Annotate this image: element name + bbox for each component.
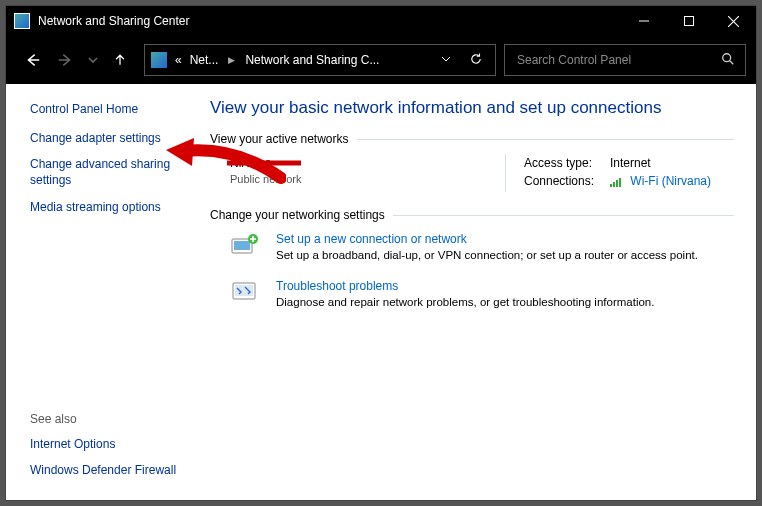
minimize-button[interactable] (621, 6, 666, 36)
connection-link[interactable]: Wi-Fi (Nirvana) (630, 174, 711, 188)
option-new-connection: Set up a new connection or network Set u… (230, 232, 734, 261)
address-dropdown[interactable] (433, 53, 459, 68)
option-troubleshoot-desc: Diagnose and repair network problems, or… (276, 296, 654, 308)
address-double-chevron[interactable]: « (173, 53, 184, 67)
address-segment-2[interactable]: Network and Sharing C... (243, 53, 381, 67)
search-icon[interactable] (721, 52, 735, 69)
content-area: Control Panel Home Change adapter settin… (6, 84, 756, 500)
nav-bar: « Net... ▶ Network and Sharing C... (6, 36, 756, 84)
option-troubleshoot-link[interactable]: Troubleshoot problems (276, 279, 654, 293)
option-troubleshoot: Troubleshoot problems Diagnose and repai… (230, 279, 734, 308)
new-connection-icon (230, 232, 262, 260)
back-button[interactable] (16, 44, 48, 76)
sidebar-change-adapter-settings[interactable]: Change adapter settings (30, 131, 161, 145)
chevron-right-icon[interactable]: ▶ (224, 55, 239, 65)
svg-point-1 (723, 53, 731, 61)
window-title: Network and Sharing Center (38, 14, 621, 28)
main-panel: View your basic network information and … (206, 84, 756, 500)
divider (393, 215, 734, 216)
sidebar: Control Panel Home Change adapter settin… (6, 84, 206, 500)
connections-label: Connections: (524, 174, 610, 188)
access-type-label: Access type: (524, 156, 610, 170)
control-panel-home-link[interactable]: Control Panel Home (30, 102, 138, 116)
svg-rect-6 (235, 285, 253, 296)
maximize-button[interactable] (666, 6, 711, 36)
window: Network and Sharing Center « Net... ▶ (5, 5, 757, 501)
address-bar[interactable]: « Net... ▶ Network and Sharing C... (144, 44, 496, 76)
address-segment-1[interactable]: Net... (188, 53, 221, 67)
divider (357, 139, 734, 140)
close-button[interactable] (711, 6, 756, 36)
refresh-button[interactable] (463, 52, 489, 69)
wifi-signal-icon (610, 177, 623, 187)
search-input[interactable] (515, 52, 721, 68)
history-dropdown[interactable] (84, 44, 102, 76)
option-new-connection-desc: Set up a broadband, dial-up, or VPN conn… (276, 249, 698, 261)
redaction-strike (227, 161, 301, 166)
section-title-change: Change your networking settings (210, 208, 385, 222)
network-type: Public network (230, 173, 505, 185)
section-active-networks: View your active networks (210, 132, 734, 146)
section-change-settings: Change your networking settings (210, 208, 734, 222)
title-bar: Network and Sharing Center (6, 6, 756, 36)
app-icon (14, 13, 30, 29)
up-button[interactable] (104, 44, 136, 76)
option-new-connection-link[interactable]: Set up a new connection or network (276, 232, 698, 246)
svg-rect-0 (684, 17, 693, 26)
seealso-internet-options[interactable]: Internet Options (30, 437, 115, 451)
network-name: Nirvana (230, 156, 271, 170)
vertical-divider (505, 154, 506, 192)
see-also-label: See also (30, 412, 192, 426)
sidebar-change-advanced-sharing[interactable]: Change advanced sharing settings (30, 157, 170, 187)
access-type-value: Internet (610, 156, 651, 170)
sidebar-media-streaming[interactable]: Media streaming options (30, 200, 161, 214)
forward-button[interactable] (50, 44, 82, 76)
seealso-defender-firewall[interactable]: Windows Defender Firewall (30, 463, 176, 477)
troubleshoot-icon (230, 279, 262, 307)
search-box[interactable] (504, 44, 746, 76)
section-title-active: View your active networks (210, 132, 349, 146)
page-heading: View your basic network information and … (210, 98, 734, 118)
address-icon (151, 52, 167, 68)
active-network-row: Nirvana Public network Access type: Inte… (230, 156, 734, 192)
svg-rect-3 (234, 241, 250, 250)
